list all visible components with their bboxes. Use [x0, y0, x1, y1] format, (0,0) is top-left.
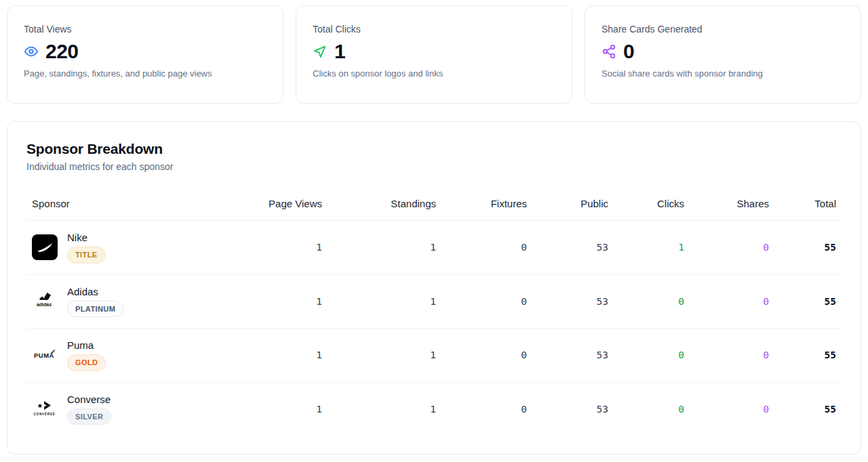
sponsor-logo: PUMA	[32, 342, 58, 368]
column-header-public: Public	[532, 191, 614, 221]
cell-public: 53	[532, 274, 614, 329]
converse-logo: CONVERSE	[33, 397, 57, 421]
column-header-clicks: Clicks	[614, 191, 690, 221]
column-header-fixtures: Fixtures	[441, 191, 532, 221]
sponsor-name: Nike	[67, 232, 87, 243]
mouse-pointer-icon	[313, 44, 328, 59]
stat-card-share-cards: Share Cards Generated 0 Social share car…	[585, 5, 861, 104]
table-row: CONVERSE Converse SILVER 1 1 0 53 0 0 55	[26, 382, 842, 436]
sponsor-table: Sponsor Page Views Standings Fixtures Pu…	[26, 191, 842, 436]
table-row: Nike TITLE 1 1 0 53 1 0 55	[26, 221, 842, 275]
table-row: PUMA Puma GOLD 1 1 0 53 0 0 55	[26, 329, 842, 383]
column-header-total: Total	[774, 191, 842, 221]
eye-icon	[24, 44, 39, 59]
cell-standings: 1	[328, 221, 441, 275]
nike-logo	[35, 237, 55, 257]
cell-total: 55	[774, 329, 842, 383]
cell-public: 53	[532, 221, 614, 275]
adidas-logo: adidas	[33, 290, 56, 313]
cell-shares: 0	[690, 274, 774, 329]
stats-row: Total Views 220 Page, standings, fixture…	[7, 5, 861, 104]
cell-clicks: 0	[614, 274, 690, 329]
stat-value: 0	[623, 41, 634, 62]
sponsor-logo: CONVERSE	[32, 396, 58, 422]
stat-card-total-views: Total Views 220 Page, standings, fixture…	[7, 5, 283, 104]
panel-title: Sponsor Breakdown	[26, 141, 842, 157]
stat-value: 1	[334, 41, 345, 62]
sponsor-name: Puma	[67, 339, 94, 351]
sponsor-tier-badge: SILVER	[67, 408, 111, 425]
sponsor-breakdown-panel: Sponsor Breakdown Individual metrics for…	[7, 121, 861, 455]
stat-description: Social share cards with sponsor branding	[601, 68, 844, 79]
cell-clicks: 0	[614, 382, 690, 436]
cell-shares: 0	[690, 382, 774, 436]
cell-fixtures: 0	[441, 382, 532, 436]
svg-text:CONVERSE: CONVERSE	[33, 413, 55, 416]
column-header-sponsor: Sponsor	[26, 191, 226, 221]
table-header-row: Sponsor Page Views Standings Fixtures Pu…	[26, 191, 842, 221]
sponsor-logo	[32, 234, 58, 260]
cell-shares: 0	[690, 329, 774, 383]
cell-clicks: 0	[614, 329, 690, 383]
cell-total: 55	[774, 274, 842, 329]
sponsor-name: Adidas	[67, 286, 98, 297]
cell-standings: 1	[328, 329, 441, 383]
stat-label: Share Cards Generated	[601, 24, 844, 35]
cell-page-views: 1	[226, 329, 328, 383]
stat-value: 220	[45, 41, 79, 62]
sponsor-name: Converse	[67, 394, 111, 405]
table-body: Nike TITLE 1 1 0 53 1 0 55 adidas Adidas	[26, 221, 842, 436]
sponsor-tier-badge: TITLE	[67, 247, 106, 264]
share-icon	[601, 44, 616, 59]
sponsor-tier-badge: GOLD	[67, 354, 106, 371]
sponsor-tier-badge: PLATINUM	[67, 301, 123, 318]
cell-fixtures: 0	[441, 329, 532, 383]
cell-fixtures: 0	[441, 221, 532, 275]
stat-label: Total Views	[24, 24, 267, 35]
cell-shares: 0	[690, 221, 774, 275]
sponsor-logo: adidas	[32, 289, 58, 314]
column-header-standings: Standings	[328, 191, 441, 221]
cell-public: 53	[532, 329, 614, 383]
svg-text:adidas: adidas	[37, 302, 52, 307]
cell-clicks: 1	[614, 221, 690, 275]
cell-total: 55	[774, 221, 842, 275]
cell-public: 53	[532, 382, 614, 436]
panel-subtitle: Individual metrics for each sponsor	[26, 161, 842, 172]
table-row: adidas Adidas PLATINUM 1 1 0 53 0 0 55	[26, 274, 842, 329]
puma-logo: PUMA	[33, 343, 57, 367]
stat-card-total-clicks: Total Clicks 1 Clicks on sponsor logos a…	[296, 5, 572, 104]
cell-standings: 1	[328, 382, 441, 436]
cell-standings: 1	[328, 274, 441, 329]
column-header-page-views: Page Views	[226, 191, 328, 221]
cell-total: 55	[774, 382, 842, 436]
stat-label: Total Clicks	[313, 24, 555, 35]
cell-fixtures: 0	[441, 274, 532, 329]
column-header-shares: Shares	[690, 191, 774, 221]
cell-page-views: 1	[226, 221, 328, 275]
stat-description: Page, standings, fixtures, and public pa…	[24, 68, 267, 79]
cell-page-views: 1	[226, 382, 328, 436]
svg-text:PUMA: PUMA	[34, 352, 54, 359]
sponsor-analytics-page: Total Views 220 Page, standings, fixture…	[0, 0, 868, 460]
cell-page-views: 1	[226, 274, 328, 329]
stat-description: Clicks on sponsor logos and links	[313, 68, 555, 79]
